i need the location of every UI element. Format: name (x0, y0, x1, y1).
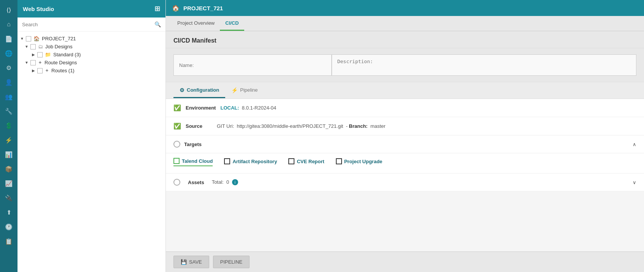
source-row: ✅ Source GIT Uri: http://gitea:3080/midd… (166, 117, 644, 135)
analytics-icon[interactable]: 📈 (3, 177, 15, 189)
cve-report-checkbox[interactable] (288, 158, 294, 164)
collapse-icon[interactable]: ⟨⟩ (3, 4, 15, 16)
dollar-icon[interactable]: 💲 (3, 119, 15, 132)
cve-report-label: CVE Report (297, 159, 324, 164)
globe-icon[interactable]: 🌐 (3, 47, 15, 59)
tools-icon[interactable]: 🔧 (3, 105, 15, 117)
tab-project-overview[interactable]: Project Overview (172, 16, 220, 31)
name-input[interactable] (173, 54, 332, 76)
targets-row: Targets ∧ (166, 135, 644, 153)
job-designs-checkbox[interactable] (30, 44, 36, 49)
branch-label: Branch: (349, 123, 367, 129)
sidebar: Web Studio ⊞ 🔍 ▼ 🏠 PROJECT_721 ▼ 🗂 Job D… (17, 0, 166, 272)
users-icon[interactable]: 👥 (3, 91, 15, 103)
save-icon: 💾 (181, 259, 187, 265)
chart-icon[interactable]: 📊 (3, 148, 15, 161)
action-bar: 💾 SAVE PIPELINE (166, 251, 644, 272)
local-badge: LOCAL: (220, 105, 239, 111)
total-label: Total: (212, 179, 224, 185)
folder-icon: 🗂 (38, 44, 43, 49)
icon-bar: ⟨⟩ ⌂ 📄 🌐 ⚙ 👤 👥 🔧 💲 ⚡ 📊 📦 📈 🔌 ⬆ 🕐 📋 (0, 0, 17, 272)
job-designs-label: Job Designs (45, 44, 73, 49)
assets-label: Assets (188, 180, 204, 185)
config-tab-label: Configuration (187, 87, 219, 93)
tab-pipeline[interactable]: ⚡ Pipeline (225, 83, 264, 98)
assets-total: Total: 0 i (212, 179, 238, 186)
target-cve-report[interactable]: CVE Report (288, 158, 324, 166)
arrow-designs-arrow: ▼ (24, 60, 29, 65)
sidebar-expand-icon[interactable]: ⊞ (154, 5, 160, 13)
routes-label: Routes (1) (51, 68, 75, 73)
home-icon[interactable]: ⌂ (3, 18, 15, 30)
git-label: GIT Uri: (217, 123, 234, 129)
save-button[interactable]: 💾 SAVE (173, 256, 209, 268)
pipeline-button[interactable]: PIPELINE (213, 256, 250, 268)
home-icon: 🏠 (33, 36, 40, 41)
route-designs-checkbox[interactable] (30, 60, 36, 65)
env-check-icon: ✅ (173, 104, 181, 111)
assets-circle[interactable] (173, 179, 180, 186)
total-value: 0 (226, 179, 229, 185)
project-upgrade-checkbox[interactable] (336, 158, 342, 164)
plug-icon[interactable]: 🔌 (3, 192, 15, 204)
search-input[interactable] (22, 22, 151, 27)
assets-row: Assets Total: 0 i ∨ (166, 173, 644, 191)
document-icon[interactable]: 📄 (3, 33, 15, 45)
project-header-icon: 🏠 (172, 5, 180, 12)
project-checkbox[interactable] (26, 36, 31, 41)
arrow-icon: ▶ (31, 68, 36, 73)
clock-icon[interactable]: 🕐 (3, 221, 15, 233)
env-version: 8.0.1-R2024-04 (242, 105, 276, 111)
gear-icon[interactable]: ⚙ (3, 62, 15, 74)
folder-icon: 📁 (45, 52, 51, 57)
targets-circle[interactable] (173, 141, 180, 148)
arrow-icon: ▼ (24, 45, 29, 49)
main-tabs-row: Project Overview CI/CD (166, 16, 644, 31)
description-input[interactable] (332, 54, 636, 76)
user-icon[interactable]: 👤 (3, 76, 15, 88)
routes-checkbox[interactable] (37, 68, 43, 73)
env-value: LOCAL: 8.0.1-R2024-04 (220, 105, 276, 111)
project-tree: ▼ 🏠 PROJECT_721 ▼ 🗂 Job Designs ▶ 📁 Stan… (17, 32, 165, 272)
environment-row: ✅ Environment LOCAL: 8.0.1-R2024-04 (166, 99, 644, 117)
target-project-upgrade[interactable]: Project Upgrade (336, 158, 382, 166)
name-desc-row (166, 48, 644, 82)
targets-collapse-icon[interactable]: ∧ (633, 142, 636, 147)
tree-item-project[interactable]: ▼ 🏠 PROJECT_721 (17, 35, 165, 43)
talend-cloud-label: Talend Cloud (182, 158, 213, 164)
clipboard-icon[interactable]: 📋 (3, 235, 15, 247)
manifest-title: CI/CD Manifest (166, 31, 644, 48)
project-upgrade-label: Project Upgrade (344, 159, 382, 164)
main-panel: 🏠 PROJECT_721 Project Overview CI/CD CI/… (166, 0, 644, 272)
cards-section: ✅ Environment LOCAL: 8.0.1-R2024-04 ✅ So… (166, 99, 644, 191)
route-icon: ✦ (45, 68, 49, 73)
target-artifact-repo[interactable]: Artifact Repository (224, 158, 277, 166)
sidebar-header: Web Studio ⊞ (17, 0, 165, 17)
tree-item-route-designs[interactable]: ▼ ✦ Route Designs (17, 59, 165, 67)
env-label: Environment (186, 105, 216, 111)
standard-checkbox[interactable] (37, 52, 43, 57)
standard-label: Standard (3) (53, 52, 81, 57)
lightning-icon[interactable]: ⚡ (3, 134, 15, 146)
sidebar-title: Web Studio (23, 6, 54, 12)
target-talend-cloud[interactable]: Talend Cloud (173, 158, 213, 166)
tab-configuration[interactable]: ⚙ Configuration (173, 83, 225, 98)
artifact-repo-checkbox[interactable] (224, 158, 230, 164)
package-icon[interactable]: 📦 (3, 163, 15, 175)
route-designs-label: Route Designs (45, 60, 77, 65)
assets-info-icon[interactable]: i (232, 179, 238, 185)
tree-item-job-designs[interactable]: ▼ 🗂 Job Designs (17, 43, 165, 51)
tab-cicd[interactable]: CI/CD (220, 16, 244, 31)
artifact-repo-label: Artifact Repository (232, 159, 277, 164)
save-label: SAVE (189, 259, 202, 265)
assets-collapse-icon[interactable]: ∨ (633, 180, 636, 185)
tree-item-routes[interactable]: ▶ ✦ Routes (1) (17, 67, 165, 75)
project-label: PROJECT_721 (42, 36, 76, 41)
upload-icon[interactable]: ⬆ (3, 206, 15, 218)
talend-cloud-checkbox[interactable] (173, 158, 180, 164)
tree-item-standard[interactable]: ▶ 📁 Standard (3) (17, 51, 165, 59)
config-tabs-row: ⚙ Configuration ⚡ Pipeline (166, 82, 644, 99)
project-name-label: PROJECT_721 (183, 5, 223, 11)
pipeline-button-label: PIPELINE (220, 259, 243, 265)
target-options: Talend Cloud Artifact Repository CVE Rep… (166, 153, 644, 173)
